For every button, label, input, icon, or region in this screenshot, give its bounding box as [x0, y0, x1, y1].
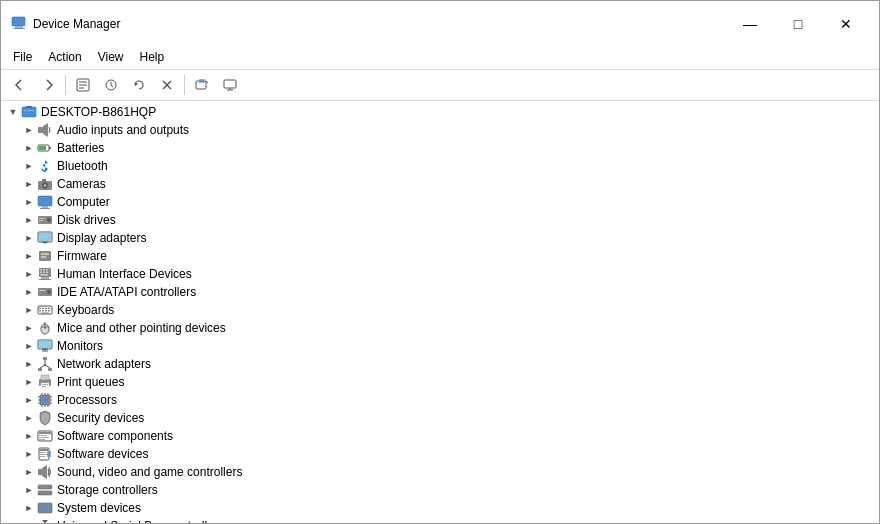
back-button[interactable]	[7, 73, 33, 97]
maximize-button[interactable]: □	[775, 9, 821, 39]
monitor-button[interactable]	[217, 73, 243, 97]
svg-marker-122	[42, 520, 48, 523]
firmware-label: Firmware	[57, 249, 107, 263]
svg-rect-59	[45, 308, 47, 310]
svg-rect-1	[15, 26, 23, 28]
print-label: Print queues	[57, 375, 124, 389]
rollback-button[interactable]	[126, 73, 152, 97]
svg-point-27	[44, 184, 47, 187]
system-label: System devices	[57, 501, 141, 515]
svg-rect-113	[38, 469, 42, 475]
window-controls: ― □ ✕	[727, 9, 869, 39]
tree-item-usb[interactable]: ► Universal Serial Bus controllers	[1, 517, 879, 523]
svg-rect-44	[40, 269, 42, 271]
tree-item-network[interactable]: ► Network adapters	[1, 355, 879, 373]
menu-view[interactable]: View	[90, 47, 132, 67]
tree-item-display[interactable]: ► Display adapters	[1, 229, 879, 247]
scan-button[interactable]	[189, 73, 215, 97]
tree-item-processors[interactable]: ► Proces	[1, 391, 879, 409]
tree-item-batteries[interactable]: ► Batteries	[1, 139, 879, 157]
hid-label: Human Interface Devices	[57, 267, 192, 281]
menu-help[interactable]: Help	[132, 47, 173, 67]
disk-icon	[37, 212, 53, 228]
tree-root[interactable]: ▼ DESKTOP-B861HQP	[1, 103, 879, 121]
svg-rect-55	[39, 290, 45, 291]
software-components-icon	[37, 428, 53, 444]
tree-item-mice[interactable]: ► Mice and other pointing devices	[1, 319, 879, 337]
svg-point-116	[49, 486, 51, 488]
svg-rect-120	[49, 504, 51, 512]
svg-rect-28	[42, 179, 46, 182]
keyboard-icon	[37, 302, 53, 318]
properties-button[interactable]	[70, 73, 96, 97]
software-devices-label: Software devices	[57, 447, 148, 461]
sound-label: Sound, video and game controllers	[57, 465, 242, 479]
usb-icon	[37, 518, 53, 523]
svg-rect-87	[42, 386, 46, 387]
computer-label: Computer	[57, 195, 110, 209]
forward-button[interactable]	[35, 73, 61, 97]
title-bar: Device Manager ― □ ✕	[1, 1, 879, 45]
svg-rect-63	[45, 310, 47, 312]
mice-expand: ►	[21, 320, 37, 336]
tree-item-keyboard[interactable]: ► Keyboards	[1, 301, 879, 319]
toolbar-separator-2	[184, 75, 185, 95]
mice-label: Mice and other pointing devices	[57, 321, 226, 335]
tree-item-system[interactable]: ► System devices	[1, 499, 879, 517]
security-label: Security devices	[57, 411, 144, 425]
uninstall-button[interactable]	[154, 73, 180, 97]
svg-rect-77	[38, 368, 42, 371]
svg-marker-8	[135, 82, 138, 86]
storage-expand: ►	[21, 482, 37, 498]
cameras-expand: ►	[21, 176, 37, 192]
svg-rect-89	[42, 397, 48, 403]
tree-item-firmware[interactable]: ► Firmware	[1, 247, 879, 265]
hid-icon	[37, 266, 53, 282]
tree-item-bluetooth[interactable]: ► Bluetooth	[1, 157, 879, 175]
device-tree[interactable]: ▼ DESKTOP-B861HQP ► Audio inputs and	[1, 101, 879, 523]
usb-label: Universal Serial Bus controllers	[57, 519, 224, 523]
tree-item-software-devices[interactable]: ► Software devices	[1, 445, 879, 463]
menu-file[interactable]: File	[5, 47, 40, 67]
tree-item-cameras[interactable]: ► Cameras	[1, 175, 879, 193]
svg-rect-46	[46, 269, 48, 271]
tree-item-hid[interactable]: ► Human Interface Devices	[1, 265, 879, 283]
audio-expand: ►	[21, 122, 37, 138]
mouse-icon	[37, 320, 53, 336]
audio-icon	[37, 122, 53, 138]
cameras-label: Cameras	[57, 177, 106, 191]
bluetooth-expand: ►	[21, 158, 37, 174]
svg-rect-37	[39, 233, 51, 241]
computer-icon	[37, 194, 53, 210]
tree-item-monitors[interactable]: ► Monitors	[1, 337, 879, 355]
display-expand: ►	[21, 230, 37, 246]
svg-rect-76	[43, 357, 47, 360]
menu-action[interactable]: Action	[40, 47, 89, 67]
tree-item-computer[interactable]: ► Computer	[1, 193, 879, 211]
software-devices-expand: ►	[21, 446, 37, 462]
tree-item-disk[interactable]: ► Disk drives	[1, 211, 879, 229]
tree-item-software-components[interactable]: ► Software components	[1, 427, 879, 445]
close-button[interactable]: ✕	[823, 9, 869, 39]
svg-rect-65	[41, 313, 49, 314]
processors-label: Processors	[57, 393, 117, 407]
tree-item-ide[interactable]: ► IDE ATA/ATAPI controllers	[1, 283, 879, 301]
tree-item-security[interactable]: ► Security devices	[1, 409, 879, 427]
keyboard-label: Keyboards	[57, 303, 114, 317]
svg-rect-49	[46, 272, 48, 274]
tree-item-storage[interactable]: ► Storage controllers	[1, 481, 879, 499]
tree-item-audio[interactable]: ► Audio inputs and outputs	[1, 121, 879, 139]
firmware-expand: ►	[21, 248, 37, 264]
ide-icon	[37, 284, 53, 300]
svg-rect-20	[38, 127, 43, 133]
update-driver-button[interactable]	[98, 73, 124, 97]
svg-rect-2	[13, 28, 25, 29]
svg-rect-19	[24, 110, 34, 111]
tree-item-sound[interactable]: ► Sound, video and game controllers	[1, 463, 879, 481]
tree-item-print[interactable]: ► Print queues	[1, 373, 879, 391]
minimize-button[interactable]: ―	[727, 9, 773, 39]
root-icon	[21, 104, 37, 120]
sound-icon	[37, 464, 53, 480]
svg-point-82	[44, 364, 46, 366]
svg-rect-18	[26, 106, 32, 108]
